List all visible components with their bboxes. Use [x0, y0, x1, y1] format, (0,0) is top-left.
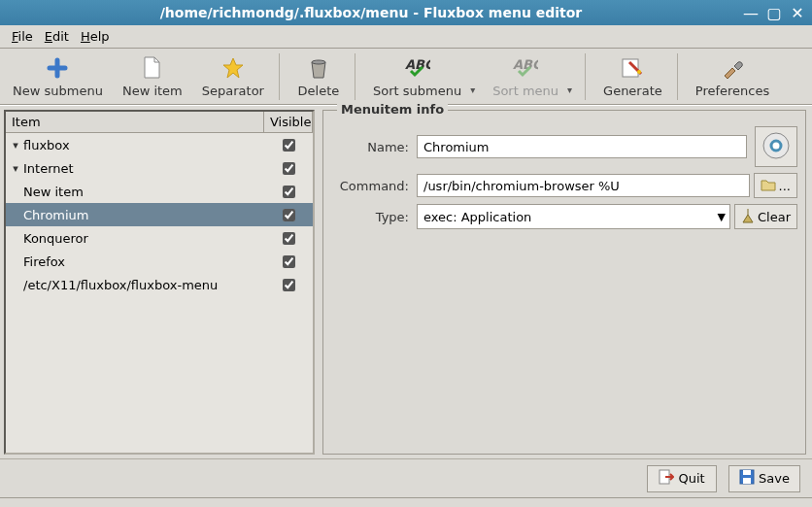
toolbar-separator [279, 53, 283, 100]
svg-rect-11 [743, 478, 751, 484]
generate-label: Generate [603, 84, 662, 98]
column-header-visible[interactable]: Visible [264, 112, 313, 132]
delete-label: Delete [298, 84, 340, 98]
save-label: Save [759, 471, 790, 486]
tree-item-label: New item [23, 185, 84, 199]
separator-label: Separator [202, 84, 264, 98]
clear-button[interactable]: Clear [734, 204, 797, 229]
titlebar: /home/richmondg/.fluxbox/menu - Fluxbox … [0, 0, 812, 25]
visible-checkbox[interactable] [283, 255, 295, 268]
visible-checkbox[interactable] [283, 279, 295, 291]
sort-menu-dropdown[interactable]: ▾ [567, 84, 579, 101]
menubar: File Edit Help [0, 25, 812, 49]
tree-row[interactable]: ▾Internet [6, 156, 313, 180]
preferences-button[interactable]: Preferences [687, 51, 778, 101]
close-button[interactable]: ✕ [787, 3, 808, 22]
clear-label: Clear [758, 210, 791, 224]
new-submenu-button[interactable]: New submenu [4, 51, 112, 101]
visible-checkbox[interactable] [283, 186, 295, 198]
svg-text:ABC: ABC [405, 57, 430, 72]
toolbar-separator [585, 53, 589, 100]
sort-submenu-label: Sort submenu [373, 84, 461, 98]
column-header-item[interactable]: Item [6, 112, 264, 132]
visible-checkbox[interactable] [283, 162, 295, 175]
minimize-button[interactable]: — [740, 3, 761, 22]
expander-icon[interactable]: ▾ [10, 162, 21, 175]
visible-checkbox[interactable] [283, 209, 295, 221]
expander-icon[interactable]: ▾ [10, 139, 21, 152]
tree-row[interactable]: Konqueror [6, 226, 313, 250]
svg-marker-0 [223, 58, 243, 78]
svg-point-5 [637, 70, 641, 74]
page-icon [139, 54, 166, 82]
generate-button[interactable]: Generate [594, 51, 671, 101]
preferences-label: Preferences [695, 84, 769, 98]
tree-row[interactable]: Chromium [6, 203, 313, 226]
chromium-icon [761, 131, 791, 163]
tree-panel: Item Visible ▾fluxbox▾InternetNew itemCh… [4, 110, 315, 455]
sort-submenu-button[interactable]: ABC Sort submenu [364, 51, 470, 101]
maximize-button[interactable]: ▢ [763, 3, 785, 22]
menu-help[interactable]: Help [75, 27, 116, 46]
toolbar-separator [677, 53, 681, 100]
spellcheck-icon: ABC [404, 54, 431, 82]
separator-button[interactable]: Separator [193, 51, 273, 101]
app-icon-button[interactable] [755, 126, 797, 167]
chevron-down-icon: ▼ [718, 211, 726, 223]
menu-edit[interactable]: Edit [39, 27, 75, 46]
new-item-button[interactable]: New item [114, 51, 191, 101]
svg-rect-10 [743, 470, 751, 475]
tree-row[interactable]: ▾fluxbox [6, 133, 313, 156]
svg-point-1 [312, 60, 325, 64]
folder-icon [761, 178, 776, 194]
sort-menu-label: Sort menu [492, 84, 558, 98]
svg-text:ABC: ABC [513, 57, 538, 72]
toolbar: New submenu New item Separator Delete AB… [0, 49, 812, 105]
bottom-bar: Quit Save [0, 458, 812, 497]
tree-row[interactable]: /etc/X11/fluxbox/fluxbox-menu [6, 273, 313, 296]
tree-item-label: fluxbox [23, 138, 70, 152]
tree-item-label: Internet [23, 161, 74, 176]
statusbar [0, 497, 812, 507]
toolbar-separator [355, 53, 358, 100]
type-value: exec: Application [423, 210, 531, 224]
spellcheck-icon: ABC [512, 54, 539, 82]
tree-item-label: Konqueror [23, 231, 88, 246]
tree-row[interactable]: Firefox [6, 250, 313, 273]
sort-submenu-dropdown[interactable]: ▾ [470, 84, 482, 101]
visible-checkbox[interactable] [283, 232, 295, 245]
quit-label: Quit [678, 471, 704, 486]
browse-button[interactable]: ... [754, 173, 797, 198]
save-icon [739, 469, 755, 488]
tree-item-label: /etc/X11/fluxbox/fluxbox-menu [23, 278, 218, 292]
content-area: Item Visible ▾fluxbox▾InternetNew itemCh… [0, 105, 812, 455]
visible-checkbox[interactable] [283, 139, 295, 152]
plus-icon [44, 54, 71, 82]
delete-button[interactable]: Delete [288, 51, 349, 101]
name-label: Name: [331, 140, 409, 154]
browse-label: ... [779, 179, 791, 193]
new-submenu-label: New submenu [13, 84, 103, 98]
name-input[interactable] [417, 135, 747, 158]
tree-row[interactable]: New item [6, 180, 313, 203]
tree-body[interactable]: ▾fluxbox▾InternetNew itemChromiumKonquer… [6, 133, 313, 453]
save-button[interactable]: Save [728, 465, 800, 492]
tree-item-label: Firefox [23, 254, 65, 269]
tools-icon [719, 54, 746, 82]
broom-icon [741, 208, 755, 226]
menu-file[interactable]: File [6, 27, 39, 46]
fieldset-legend: Menuitem info [337, 102, 448, 117]
tree-headers: Item Visible [6, 112, 313, 133]
quit-icon [659, 469, 674, 488]
new-item-label: New item [122, 84, 183, 98]
type-select[interactable]: exec: Application ▼ [417, 204, 730, 229]
command-input[interactable] [417, 174, 750, 197]
star-icon [220, 54, 247, 82]
tree-item-label: Chromium [23, 208, 89, 222]
trash-icon [305, 54, 332, 82]
window-title: /home/richmondg/.fluxbox/menu - Fluxbox … [4, 5, 738, 20]
quit-button[interactable]: Quit [647, 465, 717, 492]
wand-icon [619, 54, 646, 82]
command-label: Command: [331, 179, 409, 193]
svg-point-7 [771, 141, 781, 151]
